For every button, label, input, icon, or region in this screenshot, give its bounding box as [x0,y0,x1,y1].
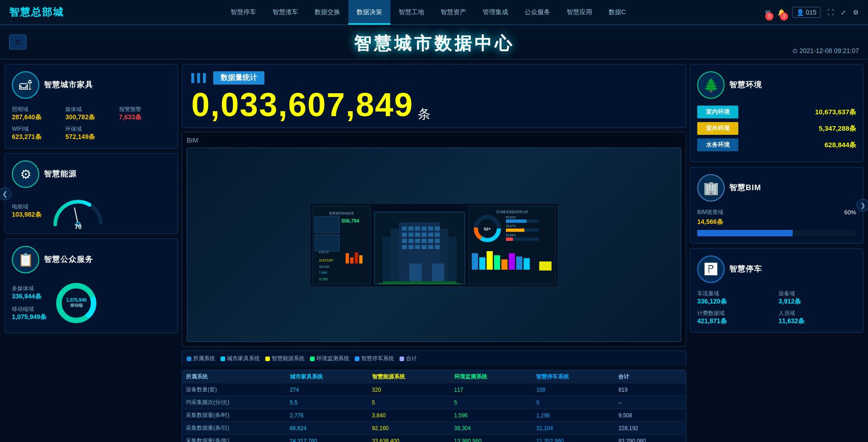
row-cell: -- [615,396,686,409]
table-row: 设备数量(套)274320117108819 [182,383,686,396]
energy-icon: ⚙ [12,160,39,188]
menu-toggle-button[interactable]: ☰ [9,35,26,50]
row-cell: 819 [615,383,686,396]
top-navigation: 智慧总部城 智慧停车智慧渣车数据交换数据决策智慧工地智慧资产管理集成公众服务智慧… [0,0,868,25]
table-row: 采集数据量(条/日)66,62492,16038,30431,104228,19… [182,422,686,435]
svg-rect-36 [435,233,440,237]
nav-item-智慧工地[interactable]: 智慧工地 [390,0,432,25]
mail-icon-wrap[interactable]: ✉ 3 [765,9,771,16]
stat-label: 报警预警 [119,106,171,113]
env-value: 628,844条 [825,141,856,149]
donut-label: 移动端 [66,303,87,309]
svg-rect-70 [487,251,493,270]
row-label: 设备数量(套) [182,383,286,396]
row-label: 采集数据量(条/日) [182,422,286,435]
svg-rect-64 [506,229,525,232]
legend-label: 环境监测系统 [316,355,349,362]
row-cell: 2,776 [286,409,368,422]
nav-item-管理集成[interactable]: 管理集成 [474,0,516,25]
table-row: 采集数据量(条/年)24,317,76033,638,40013,980,960… [182,435,686,442]
row-cell: 5 [532,396,615,409]
nav-item-智慧应用[interactable]: 智慧应用 [558,0,600,25]
bim-next-button[interactable]: ❯ [857,199,868,212]
table-header: 环境监测系统 [451,370,533,383]
svg-rect-69 [479,257,486,270]
svg-rect-29 [428,226,433,230]
svg-rect-28 [422,226,427,230]
parking-stat-item: 人员域 11,632条 [779,309,856,325]
row-label: 均采集频次(分/次) [182,396,286,409]
env-icon: 🌲 [697,71,725,99]
row-cell: 1,596 [451,409,533,422]
svg-rect-30 [435,226,440,230]
parking-stat-label: 计费数据域 [697,309,775,317]
multimedia-value: 336,944条 [12,293,47,301]
nav-item-数据C[interactable]: 数据C [600,0,634,25]
mail-badge: 3 [765,12,773,21]
bim-progress-fill [697,230,793,236]
legend-item: 合计 [400,355,417,362]
expand-icon[interactable]: ⤢ [841,9,846,16]
parking-stat-label: 人员域 [779,309,856,317]
legend-item: 智慧能源系统 [265,355,305,362]
nav-item-智慧渣车[interactable]: 智慧渣车 [264,0,306,25]
svg-text:52+: 52+ [484,226,491,231]
nav-item-公众服务[interactable]: 公众服务 [516,0,558,25]
svg-rect-35 [428,233,433,237]
fullscreen-icon[interactable]: ⛶ [827,9,834,16]
env-row: 水务环境 628,844条 [697,138,856,151]
svg-rect-26 [409,226,414,230]
row-cell: 5 [368,396,451,409]
nav-item-智慧停车[interactable]: 智慧停车 [222,0,264,25]
svg-text:20.84%: 20.84% [506,234,516,237]
furniture-stats: 照明域287,640条媒体域300,782条报警预警7,633条WIFI域623… [12,106,171,141]
legend-item: 所属系统 [187,355,215,362]
legend-dot [310,357,315,361]
svg-rect-19 [355,252,358,263]
page-title: 智慧城市数据中心 [0,32,868,55]
public-service-card: 📋 智慧公众服务 多媒体域 336,944条 移动端域 1,075,949条 [5,239,178,333]
datetime-display: ⊙ 2021-12-08 09:21:07 [792,47,859,54]
bim-progress [697,230,856,236]
nav-menu: 智慧停车智慧渣车数据交换数据决策智慧工地智慧资产管理集成公众服务智慧应用数据C [91,0,765,25]
left-column: 🛋 智慧城市家具 照明域287,640条媒体域300,782条报警预警7,633… [5,64,178,442]
legend-item: 智慧停车系统 [355,355,394,362]
env-row: 室内环境 10,673,637条 [697,106,856,118]
service-icon: 📋 [12,246,39,273]
settings-icon[interactable]: ⚙ [853,9,859,16]
row-cell: 92,160 [368,422,451,435]
stats-table: 所属系统城市家具系统智慧能源系统环境监测系统智慧停车系统合计 设备数量(套)27… [182,370,686,442]
bell-icon-wrap[interactable]: 🔔 3 [778,9,785,16]
mobile-label: 移动端域 [12,305,47,313]
legend-dot [400,357,404,361]
legend-label: 智慧停车系统 [361,355,394,362]
stat-label: 媒体域 [65,106,117,113]
row-cell: 320 [368,383,451,396]
svg-text:506,794: 506,794 [342,218,359,223]
furniture-title: 智慧城市家具 [44,80,93,90]
donut-center: 1,075,949 移动端 [66,298,87,309]
legend-label: 合计 [406,355,417,362]
table-header: 智慧能源系统 [368,370,451,383]
svg-rect-45 [415,245,420,249]
nav-item-智慧资产[interactable]: 智慧资产 [432,0,474,25]
nav-item-数据决策[interactable]: 数据决策 [348,0,390,25]
row-cell: 274 [286,383,368,396]
row-cell: 31,104 [532,422,615,435]
bim-card: ❯ 🏢 智慧BIM BIM巡查域 60% 14,566条 [690,167,863,244]
energy-title: 智慧能源 [44,169,77,179]
parking-stat-value: 336,120条 [697,298,775,306]
energy-prev-button[interactable]: ❮ [0,187,11,200]
energy-card: ❮ ⚙ 智慧能源 电能域 103,982条 [5,153,178,234]
parking-stat-value: 421,871条 [697,317,775,325]
parking-stat-value: 11,632条 [779,317,856,325]
bim-building-preview[interactable]: 智慧城市BIM运维 506,794 0,017,9 10,673,637 314… [187,148,681,342]
bim-area-label: BIM [187,137,681,144]
svg-rect-75 [524,258,530,269]
user-avatar[interactable]: 👤 015 [792,7,821,18]
parking-title: 智慧停车 [729,264,762,274]
svg-rect-25 [402,226,407,230]
legend-label: 所属系统 [193,355,215,362]
parking-stat-label: 车流量域 [697,290,775,298]
nav-item-数据交换[interactable]: 数据交换 [306,0,348,25]
